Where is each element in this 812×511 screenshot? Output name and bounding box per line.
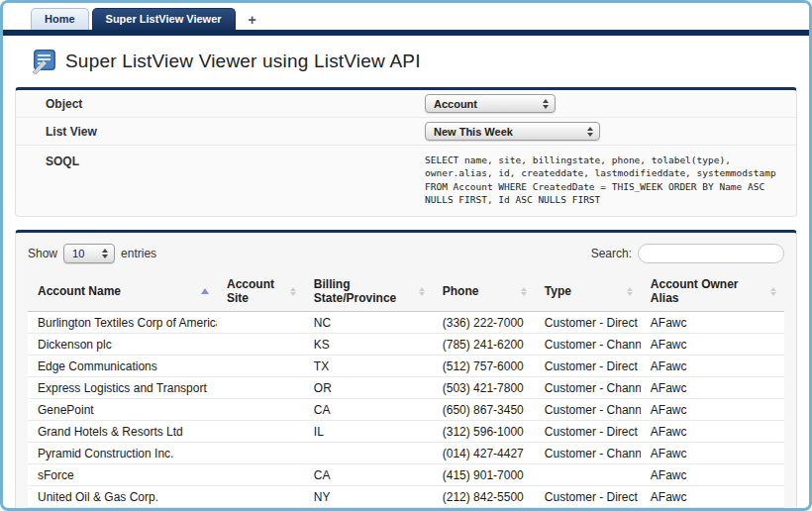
sort-both-icon [419,287,425,296]
table-cell: AFawc [641,312,784,334]
table-cell: Customer - Channel [535,377,641,399]
page-title: Super ListView Viewer using ListView API [65,51,421,72]
tab-super-listview-viewer[interactable]: Super ListView Viewer [92,8,236,30]
table-cell: Edge Communications [28,356,217,377]
table-cell: AFawc [641,486,784,508]
column-header[interactable]: Type [535,271,641,312]
table-cell [217,312,304,334]
sort-both-icon [521,287,527,296]
table-cell: Customer - Direct [535,312,641,334]
listview-table: Account NameAccount SiteBilling State/Pr… [28,271,784,511]
table-cell [535,464,641,486]
column-header[interactable]: Account Site [217,271,304,312]
table-cell: AFawc [641,464,784,486]
search-control: Search: [591,244,784,263]
table-controls: Show 10 entries Search: [26,241,786,271]
table-cell: (785) 241-6200 [433,334,535,356]
column-header-label: Type [545,284,571,298]
table-cell: NY [304,486,433,508]
table-cell: CA [304,399,433,421]
results-panel: Show 10 entries Search: Account NameAcco… [15,230,797,511]
table-cell: OR [304,377,433,399]
table-cell: IL [304,421,433,443]
sort-ascending-icon [201,288,209,294]
table-cell: Customer - Channel [535,399,641,421]
page-size-select[interactable]: 10 [63,244,115,263]
table-cell [217,334,304,356]
table-cell: GenePoint [28,399,217,421]
object-label: Object [46,97,425,111]
table-cell: Burlington Textiles Corp of America [28,312,217,334]
page-size-value: 10 [72,248,84,259]
soql-row: SOQL SELECT name, site, billingstate, ph… [16,146,796,216]
table-row[interactable]: sForceCA(415) 901-7000AFawc [28,464,784,486]
listview-label: List View [46,125,425,139]
table-cell [217,377,304,399]
new-tab-button[interactable]: + [239,10,266,30]
column-header[interactable]: Phone [433,271,535,312]
table-row[interactable]: Grand Hotels & Resorts LtdIL(312) 596-10… [28,421,784,443]
table-cell: Customer - Direct [535,486,641,508]
table-cell: AFawc [641,356,784,377]
table-row[interactable]: Express Logistics and TransportOR(503) 4… [28,377,784,399]
table-cell: (312) 596-1000 [433,421,535,443]
table-cell [217,443,304,464]
table-cell: Customer - Direct [535,356,641,377]
table-cell [217,421,304,443]
tab-bar: Home Super ListView Viewer + [3,3,809,30]
select-stepper-icon [102,249,108,258]
length-control: Show 10 entries [28,244,156,263]
table-row[interactable]: GenePointCA(650) 867-3450Customer - Chan… [28,399,784,421]
entries-label: entries [121,247,156,260]
table-cell: Express Logistics and Transport [28,377,217,399]
table-row[interactable]: Pyramid Construction Inc.(014) 427-4427C… [28,443,784,464]
select-stepper-icon [543,99,549,109]
column-header[interactable]: Account Owner Alias [641,271,784,312]
sort-both-icon [290,287,296,296]
table-cell: AFawc [641,421,784,443]
table-row[interactable]: Burlington Textiles Corp of AmericaNC(33… [28,312,784,334]
column-header[interactable]: Billing State/Province [304,271,433,312]
table-cell: (503) 421-7800 [433,377,535,399]
table-cell: Customer - Channel [535,443,641,464]
select-stepper-icon [587,127,593,137]
table-cell: AFawc [641,443,784,464]
table-cell: AFawc [641,377,784,399]
object-select[interactable]: Account [425,94,556,113]
column-header-label: Phone [443,284,479,298]
search-input[interactable] [638,244,784,263]
table-cell: Pyramid Construction Inc. [28,443,217,464]
table-row[interactable]: Dickenson plcKS(785) 241-6200Customer - … [28,334,784,356]
soql-label: SOQL [46,153,425,168]
query-form-panel: Object Account List View New This Week S… [15,87,797,217]
table-cell: Customer - Channel [535,334,641,356]
table-cell [217,399,304,421]
listview-row: List View New This Week [16,118,796,146]
table-row[interactable]: Edge CommunicationsTX(512) 757-6000Custo… [28,356,784,377]
table-header-row: Account NameAccount SiteBilling State/Pr… [28,271,784,312]
listview-select-value: New This Week [434,126,513,138]
table-cell: (415) 901-7000 [433,464,535,486]
sort-both-icon [627,287,633,296]
table-cell: Dickenson plc [28,334,217,356]
table-cell: United Oil & Gas Corp. [28,486,217,508]
sort-both-icon [770,287,776,296]
table-cell: KS [304,334,433,356]
table-cell: (650) 867-3450 [433,399,535,421]
table-row[interactable]: United Oil & Gas Corp.NY(212) 842-5500Cu… [28,486,784,508]
listview-select[interactable]: New This Week [425,122,600,141]
column-header-label: Account Site [227,277,286,305]
tab-home[interactable]: Home [31,8,89,30]
column-header[interactable]: Account Name [28,271,217,312]
listview-app-icon [31,49,56,74]
soql-query-text: SELECT name, site, billingstate, phone, … [425,153,782,206]
table-cell: CA [304,464,433,486]
table-cell [217,356,304,377]
table-cell [217,464,304,486]
table-cell: (512) 757-6000 [433,356,535,377]
column-header-label: Billing State/Province [314,277,415,305]
search-label: Search: [591,247,632,260]
table-cell: (212) 842-5500 [433,486,535,508]
table-cell: AFawc [641,399,784,421]
object-select-value: Account [434,98,477,110]
